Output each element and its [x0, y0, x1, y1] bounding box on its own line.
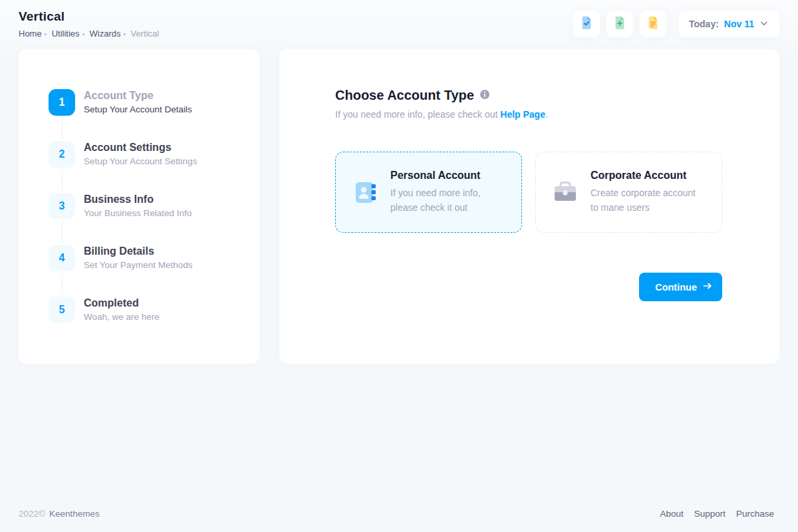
page: Vertical Home Utilities Wizards Vertical [0, 0, 798, 532]
option-title: Corporate Account [591, 170, 706, 182]
step-number-badge: 2 [49, 141, 75, 168]
option-description: If you need more info, please check it o… [390, 186, 505, 215]
breadcrumb-separator [45, 33, 47, 35]
chevron-down-icon [759, 19, 769, 30]
step-subtitle: Setup Your Account Settings [84, 156, 197, 166]
wizard-content-card: Choose Account Type If you need more inf… [279, 49, 779, 364]
option-description: Create corporate account to mane users [591, 186, 706, 215]
help-page-link[interactable]: Help Page [500, 109, 545, 120]
step-text: Completed Woah, we are here [84, 297, 160, 347]
option-text: Corporate Account Create corporate accou… [591, 170, 706, 215]
step-subtitle: Woah, we are here [84, 312, 160, 322]
option-corporate-account[interactable]: Corporate Account Create corporate accou… [535, 152, 722, 233]
header-actions: Today: Nov 11 [573, 11, 779, 37]
step-title: Completed [84, 297, 160, 309]
breadcrumb-separator [82, 33, 84, 35]
step-text: Account Settings Setup Your Account Sett… [84, 141, 197, 193]
arrow-right-icon [702, 281, 713, 293]
file-check-icon [579, 15, 594, 33]
option-text: Personal Account If you need more info, … [390, 170, 505, 215]
step-connector [62, 273, 63, 295]
file-lines-icon [646, 15, 660, 33]
continue-label: Continue [655, 282, 697, 293]
briefcase-icon [552, 179, 579, 208]
step-completed[interactable]: 5 Completed Woah, we are here [49, 297, 233, 347]
file-lines-button[interactable] [640, 11, 666, 37]
step-connector [62, 221, 63, 243]
file-check-button[interactable] [573, 11, 600, 37]
step-title: Billing Details [84, 245, 193, 257]
footer-copyright: 2022© Keenthemes [19, 509, 100, 519]
footer: 2022© Keenthemes About Support Purchase [0, 509, 798, 532]
step-account-settings[interactable]: 2 Account Settings Setup Your Account Se… [49, 141, 233, 193]
footer-links: About Support Purchase [660, 509, 774, 519]
content-subtitle-period: . [545, 109, 548, 120]
step-subtitle: Setup Your Account Details [84, 104, 192, 114]
footer-link-purchase[interactable]: Purchase [736, 509, 774, 519]
account-type-options: Personal Account If you need more info, … [335, 152, 722, 233]
breadcrumb: Home Utilities Wizards Vertical [19, 29, 159, 39]
content-heading: Choose Account Type [335, 88, 722, 103]
step-business-info[interactable]: 3 Business Info Your Business Related In… [49, 193, 233, 245]
step-text: Business Info Your Business Related Info [84, 193, 192, 245]
step-title: Account Settings [84, 142, 197, 154]
today-value: Nov 11 [724, 19, 754, 29]
content-subtitle-text: If you need more info, please check out [335, 109, 497, 120]
step-number-badge: 5 [49, 297, 75, 323]
breadcrumb-separator [124, 33, 126, 35]
file-plus-icon [612, 15, 627, 33]
step-rail: 5 [49, 297, 75, 347]
breadcrumb-item-utilities[interactable]: Utilities [52, 29, 80, 39]
copyright-year: 2022© [19, 509, 45, 519]
step-subtitle: Set Your Payment Methods [84, 260, 193, 270]
actions-row: Continue [335, 273, 722, 301]
step-rail: 4 [49, 245, 75, 297]
header-left: Vertical Home Utilities Wizards Vertical [19, 9, 159, 39]
continue-button[interactable]: Continue [639, 273, 722, 301]
step-title: Business Info [84, 194, 192, 205]
option-title: Personal Account [390, 170, 505, 182]
step-billing-details[interactable]: 4 Billing Details Set Your Payment Metho… [49, 245, 233, 297]
breadcrumb-item-wizards[interactable]: Wizards [90, 29, 121, 39]
breadcrumb-item-current: Vertical [131, 29, 160, 39]
step-number-badge: 1 [49, 89, 75, 116]
file-plus-button[interactable] [606, 11, 633, 37]
footer-link-about[interactable]: About [660, 509, 683, 519]
address-book-icon [352, 179, 378, 208]
info-icon[interactable] [479, 89, 490, 102]
date-picker-button[interactable]: Today: Nov 11 [678, 11, 779, 37]
footer-link-support[interactable]: Support [694, 509, 726, 519]
breadcrumb-item-home[interactable]: Home [19, 29, 42, 39]
page-title: Vertical [19, 9, 159, 24]
content-title: Choose Account Type [335, 88, 474, 103]
copyright-brand-link[interactable]: Keenthemes [49, 509, 100, 519]
step-rail: 3 [49, 193, 75, 245]
step-number-badge: 4 [49, 245, 75, 271]
main: 1 Account Type Setup Your Account Detail… [0, 47, 798, 364]
step-text: Billing Details Set Your Payment Methods [84, 245, 193, 297]
step-account-type[interactable]: 1 Account Type Setup Your Account Detail… [49, 89, 233, 141]
step-rail: 2 [49, 141, 75, 193]
header: Vertical Home Utilities Wizards Vertical [0, 0, 798, 47]
step-number-badge: 3 [49, 193, 75, 219]
today-label: Today: [689, 19, 719, 29]
step-text: Account Type Setup Your Account Details [84, 89, 192, 141]
option-personal-account[interactable]: Personal Account If you need more info, … [335, 152, 522, 233]
step-connector [62, 118, 63, 139]
wizard-stepper-card: 1 Account Type Setup Your Account Detail… [19, 49, 259, 364]
step-title: Account Type [84, 90, 192, 102]
step-subtitle: Your Business Related Info [84, 208, 192, 218]
content-subtitle: If you need more info, please check out … [335, 109, 722, 120]
step-rail: 1 [49, 89, 75, 141]
step-connector [62, 170, 63, 191]
